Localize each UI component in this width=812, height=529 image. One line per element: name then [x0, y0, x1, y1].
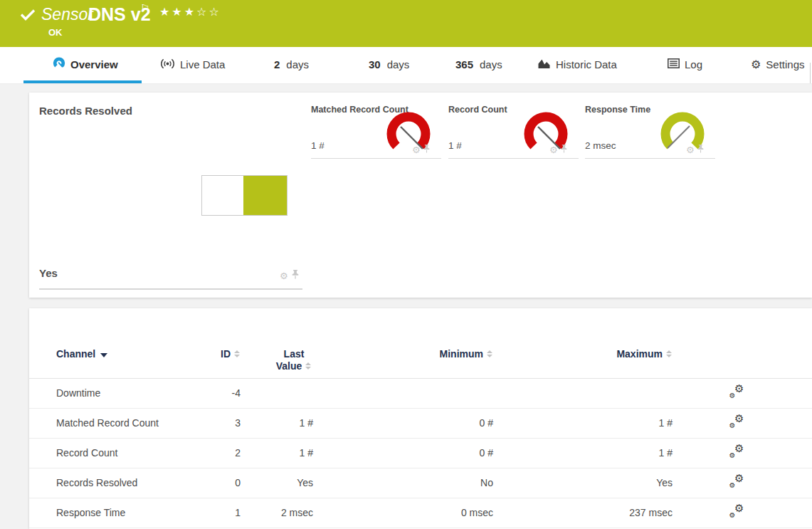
pin-icon[interactable] [292, 269, 299, 282]
spacer-cell [801, 438, 812, 468]
gauge-value: 1 # [311, 140, 325, 151]
status-ok-check-icon [20, 9, 36, 23]
overview-gauges-panel: Records Resolved Yes ⚙ Matched Record Co… [29, 93, 812, 298]
gauge-divider [448, 158, 579, 159]
column-header-maximum[interactable]: Maximum [616, 348, 673, 360]
id-cell: 2 [200, 438, 241, 468]
gauge-divider [585, 158, 715, 159]
pin-icon[interactable] [561, 143, 567, 156]
channel-gear-icon[interactable]: ⚙ [686, 145, 695, 154]
id-cell: 0 [200, 468, 241, 498]
tab-historic-data[interactable]: Historic Data [537, 47, 617, 82]
maximum-cell: 1 # [493, 408, 673, 438]
channel-gear-icon[interactable]: ⚙ [412, 145, 421, 154]
stars-filled[interactable]: ★★★ [159, 6, 196, 18]
column-header-channel[interactable]: Channel [56, 348, 107, 360]
featured-divider [39, 288, 302, 290]
id-cell: 3 [200, 408, 241, 438]
column-header-minimum[interactable]: Minimum [440, 348, 493, 360]
object-kind-label: Sensor [41, 5, 93, 24]
last-value-cell: 2 msec [241, 498, 313, 528]
stars-empty[interactable]: ☆☆ [196, 6, 221, 18]
tab-number: 2 [274, 58, 280, 70]
id-cell: -4 [200, 378, 241, 408]
channel-settings-icon[interactable]: ⚙⚙ [729, 445, 744, 459]
channel-gear-icon[interactable]: ⚙ [280, 271, 288, 281]
gauge-record-count[interactable]: Record Count 1 # ⚙ [448, 93, 579, 159]
sort-icon [487, 350, 493, 357]
tab-overview[interactable]: Overview [53, 47, 118, 82]
table-header-row: Channel ID Last Value Minimum Maximum [29, 341, 812, 378]
tab-label: Live Data [180, 58, 225, 70]
tab-365-days[interactable]: 365 days [455, 47, 502, 82]
maximum-cell: 1 # [493, 438, 673, 468]
log-icon [668, 58, 680, 70]
maximum-cell: Yes [493, 468, 673, 498]
minimum-cell: 0 # [313, 438, 493, 468]
featured-channel-title: Records Resolved [39, 105, 132, 117]
sensor-overview-page: Sensor DNS v2 ⚐ ★★★☆☆ OK Overview Live D… [0, 0, 812, 529]
minimum-cell: 0 # [313, 408, 493, 438]
channel-settings-icon[interactable]: ⚙⚙ [729, 385, 744, 399]
channel-settings-icon[interactable]: ⚙⚙ [729, 415, 744, 429]
tab-number: 30 [369, 58, 381, 70]
tab-label: days [387, 58, 410, 70]
tab-label: Overview [70, 58, 118, 70]
maximum-cell: 237 msec [493, 498, 673, 528]
gauge-title: Response Time [585, 105, 650, 115]
table-row: Response Time 1 2 msec 0 msec 237 msec ⚙… [29, 498, 812, 528]
pin-icon[interactable] [423, 143, 430, 156]
spacer-cell [801, 498, 812, 528]
tab-live-data[interactable]: Live Data [160, 47, 225, 82]
gauge-response-time[interactable]: Response Time 2 msec ⚙ [585, 93, 715, 159]
historic-data-icon [537, 58, 551, 71]
minimum-cell [313, 378, 493, 408]
tab-log[interactable]: Log [668, 47, 702, 82]
channel-settings-icon[interactable]: ⚙⚙ [729, 475, 744, 489]
tab-2-days[interactable]: 2 days [274, 47, 309, 82]
tab-30-days[interactable]: 30 days [369, 47, 409, 82]
tab-settings[interactable]: ⚙ Settings [751, 47, 805, 82]
spacer-cell [801, 378, 812, 408]
minimum-cell: 0 msec [313, 498, 493, 528]
gauge-divider [311, 158, 441, 159]
channel-cell: Records Resolved [29, 468, 200, 498]
gauge-matched-record-count[interactable]: Matched Record Count 1 # ⚙ [311, 93, 441, 159]
live-data-icon [160, 58, 175, 72]
tab-label: Log [685, 58, 702, 70]
table-row: Downtime -4 ⚙⚙ [29, 378, 812, 408]
pin-icon[interactable] [697, 143, 704, 156]
gauge-value: 2 msec [585, 140, 616, 151]
spacer-cell [801, 468, 812, 498]
tab-bar: Overview Live Data 2 days 30 days 365 da… [0, 47, 812, 84]
minimum-cell: No [313, 468, 493, 498]
sort-icon [234, 350, 241, 357]
channel-table: Channel ID Last Value Minimum Maximum Do… [29, 341, 812, 528]
table-row: Records Resolved 0 Yes No Yes ⚙⚙ [29, 468, 812, 498]
id-cell: 1 [200, 498, 241, 528]
last-value-cell: 1 # [241, 438, 313, 468]
last-value-cell [241, 378, 313, 408]
channel-table-panel: Channel ID Last Value Minimum Maximum Do… [29, 308, 812, 529]
channel-cell: Record Count [29, 438, 200, 468]
tab-number: 365 [455, 58, 473, 70]
gauge-title: Record Count [448, 105, 507, 115]
tab-bar-edge-divider [810, 63, 811, 83]
channel-cell: Matched Record Count [29, 408, 200, 438]
spacer-cell [801, 408, 812, 438]
sort-icon [305, 362, 312, 370]
column-header-id[interactable]: ID [221, 348, 241, 360]
favorite-flag-icon[interactable]: ⚐ [140, 2, 149, 15]
sort-icon [666, 350, 673, 357]
active-tab-indicator [23, 80, 142, 83]
priority-stars[interactable]: ★★★☆☆ [159, 5, 221, 19]
featured-channel-minigraph [201, 175, 288, 216]
channel-cell: Downtime [29, 378, 200, 408]
sensor-header: Sensor DNS v2 ⚐ ★★★☆☆ OK [0, 0, 812, 47]
channel-gear-icon[interactable]: ⚙ [549, 145, 558, 154]
tab-label: days [286, 58, 309, 70]
channel-table-body: Downtime -4 ⚙⚙ Matched Record Count 3 1 … [29, 378, 812, 528]
column-header-last-value[interactable]: Last Value [275, 348, 313, 372]
gauge-icon [53, 57, 65, 72]
channel-settings-icon[interactable]: ⚙⚙ [729, 505, 744, 519]
